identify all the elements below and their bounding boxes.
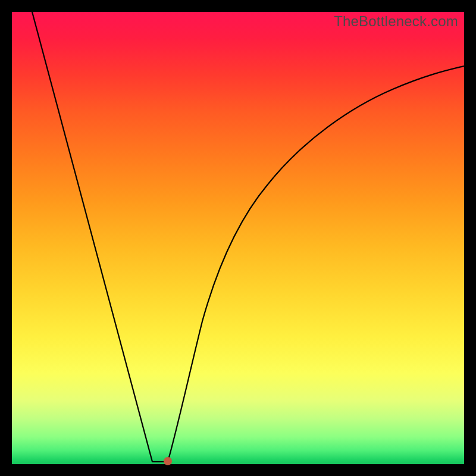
- chart-frame: TheBottleneck.com: [0, 0, 476, 476]
- curve-left-branch: [32, 12, 152, 462]
- plot-area: TheBottleneck.com: [12, 12, 464, 464]
- curve-right-branch: [168, 66, 464, 462]
- bottleneck-curve: [12, 12, 464, 464]
- optimum-marker: [164, 457, 172, 465]
